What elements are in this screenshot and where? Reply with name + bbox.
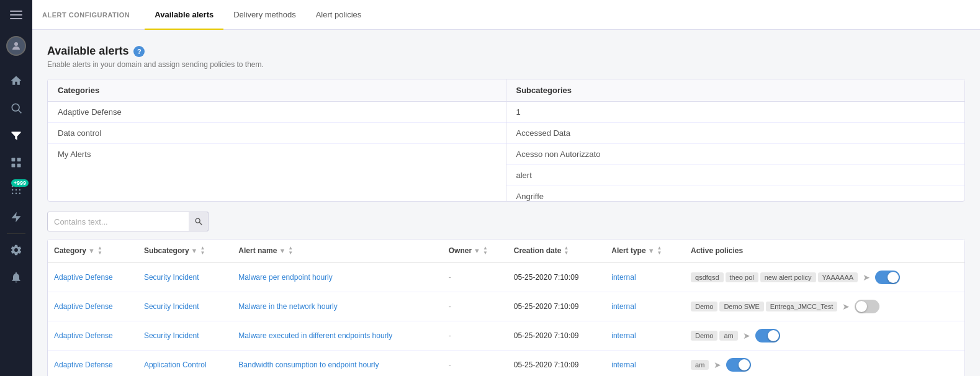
- sidebar-apps[interactable]: +999: [0, 176, 32, 204]
- cell-creation-date: 05-25-2020 7:10:09: [508, 351, 606, 377]
- sidebar-grid[interactable]: [0, 149, 32, 176]
- categories-col: Categories Adaptive Defense Data control…: [48, 79, 506, 201]
- cell-owner: -: [443, 351, 508, 377]
- cell-owner: -: [443, 262, 508, 292]
- avatar[interactable]: [0, 30, 32, 62]
- owner-filter-icon[interactable]: ▼: [474, 247, 480, 254]
- main-content: ALERT CONFIGURATION Available alerts Del…: [32, 0, 980, 376]
- cell-alert-type: internal: [605, 321, 685, 351]
- alert-type-value: internal: [611, 302, 636, 311]
- category-item-my-alerts[interactable]: My Alerts: [48, 144, 506, 164]
- subcategory-item-alert[interactable]: alert: [506, 165, 965, 186]
- subcategory-link[interactable]: Security Incident: [144, 302, 199, 311]
- send-icon[interactable]: ➤: [714, 360, 721, 370]
- help-icon[interactable]: ?: [133, 46, 145, 57]
- policy-tags: DemoDemo SWEEntrega_JMCC_Test: [691, 302, 837, 311]
- subcategory-item-acesso[interactable]: Acesso non Autorizzato: [506, 144, 965, 165]
- menu-button[interactable]: [0, 0, 32, 30]
- alertname-link[interactable]: Malware in the network hourly: [238, 302, 337, 311]
- alertname-link[interactable]: Malware per endpoint hourly: [238, 273, 332, 282]
- alertname-sort[interactable]: ▲▼: [288, 246, 293, 256]
- svg-point-13: [12, 189, 14, 191]
- toggle-thumb: [856, 301, 867, 312]
- cell-creation-date: 05-25-2020 7:10:09: [508, 262, 606, 292]
- send-icon[interactable]: ➤: [743, 331, 750, 341]
- sidebar-alerts[interactable]: [0, 264, 32, 291]
- policy-tag: Demo: [691, 331, 717, 341]
- alertname-filter-icon[interactable]: ▼: [279, 247, 285, 254]
- category-link[interactable]: Adaptive Defense: [54, 273, 113, 282]
- tab-alert-policies[interactable]: Alert policies: [306, 1, 372, 30]
- col-creation-date: Creation date ▲▼: [508, 239, 606, 262]
- policy-toggle-wrap: DemoDemo SWEEntrega_JMCC_Test ➤: [691, 300, 958, 313]
- alerttype-filter-icon[interactable]: ▼: [648, 247, 655, 254]
- subcategory-item-angriffe[interactable]: Angriffe: [506, 186, 965, 201]
- subcategories-list: 1 Accessed Data Acesso non Autorizzato a…: [506, 102, 965, 201]
- toggle-switch[interactable]: [755, 329, 780, 342]
- cell-owner: -: [443, 321, 508, 351]
- sidebar-search[interactable]: [0, 94, 32, 122]
- tab-delivery-methods[interactable]: Delivery methods: [223, 1, 305, 30]
- toggle-switch[interactable]: [855, 300, 879, 313]
- policy-toggle-wrap: qsdfqsdtheo polnew alert policyYAAAAAA ➤: [691, 271, 958, 284]
- toggle-thumb: [739, 359, 750, 370]
- toggle-switch[interactable]: [726, 358, 751, 372]
- subcategory-link[interactable]: Security Incident: [144, 331, 199, 340]
- policy-tag: YAAAAAA: [818, 272, 858, 282]
- send-icon[interactable]: ➤: [842, 302, 850, 311]
- category-item-data-control[interactable]: Data control: [48, 123, 506, 144]
- category-link[interactable]: Adaptive Defense: [54, 302, 113, 311]
- sidebar-filter[interactable]: [0, 122, 32, 149]
- svg-line-5: [19, 110, 22, 114]
- subcategory-sort[interactable]: ▲▼: [200, 246, 205, 256]
- policy-tag: Demo SWE: [719, 302, 763, 311]
- svg-rect-2: [10, 18, 22, 19]
- subcategory-item-accessed-data[interactable]: Accessed Data: [506, 123, 965, 144]
- col-owner: Owner ▼ ▲▼: [443, 239, 508, 262]
- sidebar-settings[interactable]: [0, 236, 32, 264]
- svg-rect-7: [17, 158, 21, 162]
- category-item-adaptive[interactable]: Adaptive Defense: [48, 102, 506, 123]
- subcategory-filter-icon[interactable]: ▼: [191, 247, 198, 254]
- category-link[interactable]: Adaptive Defense: [54, 360, 113, 369]
- policy-tags: am: [691, 360, 709, 370]
- cell-subcategory: Security Incident: [138, 292, 232, 321]
- table-row: Adaptive Defense Security Incident Malwa…: [48, 292, 964, 321]
- category-link[interactable]: Adaptive Defense: [54, 331, 113, 340]
- sidebar-home[interactable]: [0, 67, 32, 94]
- subcategory-link[interactable]: Application Control: [144, 360, 207, 369]
- date-sort[interactable]: ▲▼: [564, 246, 569, 256]
- table-row: Adaptive Defense Application Control Ban…: [48, 351, 964, 377]
- topnav: ALERT CONFIGURATION Available alerts Del…: [32, 0, 980, 30]
- cell-creation-date: 05-25-2020 7:10:09: [508, 321, 606, 351]
- cell-category: Adaptive Defense: [48, 292, 138, 321]
- subcategory-item-1[interactable]: 1: [506, 102, 965, 123]
- alert-type-value: internal: [611, 331, 636, 340]
- svg-point-15: [19, 189, 21, 191]
- policy-tags: qsdfqsdtheo polnew alert policyYAAAAAA: [691, 272, 858, 282]
- search-button[interactable]: [189, 212, 209, 231]
- toggle-thumb: [768, 330, 779, 341]
- tab-available-alerts[interactable]: Available alerts: [145, 1, 223, 30]
- cell-category: Adaptive Defense: [48, 351, 138, 377]
- category-sort[interactable]: ▲▼: [97, 246, 102, 256]
- cell-active-policies: am ➤: [685, 351, 964, 377]
- svg-rect-9: [17, 164, 21, 168]
- sidebar-lightning[interactable]: [0, 204, 32, 231]
- alerttype-sort[interactable]: ▲▼: [657, 246, 662, 256]
- alert-type-value: internal: [611, 360, 636, 369]
- subcategory-link[interactable]: Security Incident: [144, 273, 199, 282]
- alertname-link[interactable]: Malware executed in different endpoints …: [238, 331, 392, 340]
- cell-subcategory: Application Control: [138, 351, 232, 377]
- toggle-switch[interactable]: [875, 271, 900, 284]
- policy-tag: qsdfqsd: [691, 272, 724, 282]
- send-icon[interactable]: ➤: [863, 272, 870, 282]
- alertname-link[interactable]: Bandwidth consumption to endpoint hourly: [238, 360, 379, 369]
- config-label: ALERT CONFIGURATION: [42, 11, 130, 19]
- category-filter-icon[interactable]: ▼: [88, 247, 95, 254]
- svg-rect-1: [10, 14, 22, 16]
- owner-sort[interactable]: ▲▼: [483, 246, 488, 256]
- search-input[interactable]: [47, 212, 209, 231]
- table-row: Adaptive Defense Security Incident Malwa…: [48, 262, 964, 292]
- policy-tag: Demo: [691, 302, 717, 311]
